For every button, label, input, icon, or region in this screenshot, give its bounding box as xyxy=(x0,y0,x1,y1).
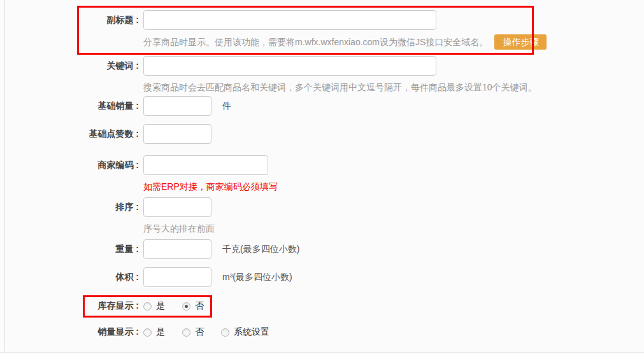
sales-display-option-yes-label: 是 xyxy=(156,326,165,338)
form-row-volume: 体积 : m³(最多四位小数) xyxy=(5,267,292,287)
merchant-code-error-hint: 如需ERP对接，商家编码必须填写 xyxy=(143,180,278,193)
sort-hint: 序号大的排在前面 xyxy=(143,222,215,235)
sales-display-option-no-label: 否 xyxy=(195,326,204,338)
form-row-base-likes: 基础点赞数 : xyxy=(5,124,211,144)
subtitle-input[interactable] xyxy=(143,10,436,30)
keywords-label: 关键词 : xyxy=(5,56,139,76)
form-row-keywords: 关键词 : 搜索商品时会去匹配商品名和关键词，多个关键词用中文逗号隔开，每件商品… xyxy=(5,56,537,94)
stock-display-option-yes-label: 是 xyxy=(156,300,165,312)
form-panel: 副标题 : 分享商品时显示。使用该功能，需要将m.wfx.wxfenxiao.c… xyxy=(5,0,644,353)
form-row-sales-display: 销量显示 : 是 否 系统设置 xyxy=(5,326,287,338)
form-row-weight: 重量 : 千克(最多四位小数) xyxy=(5,239,299,259)
radio-unchecked-icon[interactable] xyxy=(143,302,152,311)
sales-display-label: 销量显示 : xyxy=(5,326,139,337)
keywords-hint: 搜索商品时会去匹配商品名和关键词，多个关键词用中文逗号隔开，每件商品最多设置10… xyxy=(143,81,537,94)
base-sales-unit: 件 xyxy=(222,96,231,116)
sales-display-option-system[interactable]: 系统设置 xyxy=(221,326,269,338)
stock-display-option-no[interactable]: 否 xyxy=(182,300,204,312)
form-row-sort: 排序 : 序号大的排在前面 xyxy=(5,197,215,235)
sales-display-option-no[interactable]: 否 xyxy=(182,326,204,338)
panel-bottom-border xyxy=(0,352,644,353)
form-row-base-sales: 基础销量 : 件 xyxy=(5,96,231,116)
operation-steps-button[interactable]: 操作步骤 xyxy=(494,34,547,50)
stock-display-option-no-label: 否 xyxy=(195,300,204,312)
subtitle-hint: 分享商品时显示。使用该功能，需要将m.wfx.wxfenxiao.com设为微信… xyxy=(143,36,488,48)
form-row-subtitle: 副标题 : 分享商品时显示。使用该功能，需要将m.wfx.wxfenxiao.c… xyxy=(5,10,547,50)
sort-input[interactable] xyxy=(143,197,211,217)
radio-unchecked-icon[interactable] xyxy=(221,328,229,337)
form-row-merchant-code: 商家编码 : 如需ERP对接，商家编码必须填写 xyxy=(5,155,278,193)
stock-display-label: 库存显示 : xyxy=(5,300,139,311)
product-edit-page: 副标题 : 分享商品时显示。使用该功能，需要将m.wfx.wxfenxiao.c… xyxy=(0,0,644,357)
subtitle-label: 副标题 : xyxy=(5,10,139,30)
merchant-code-input[interactable] xyxy=(143,155,268,175)
volume-unit: m³(最多四位小数) xyxy=(222,267,292,287)
sales-display-option-yes[interactable]: 是 xyxy=(143,326,165,338)
base-sales-label: 基础销量 : xyxy=(5,96,139,116)
weight-unit: 千克(最多四位小数) xyxy=(222,239,299,259)
merchant-code-label: 商家编码 : xyxy=(5,155,139,175)
radio-checked-icon[interactable] xyxy=(182,302,190,311)
volume-label: 体积 : xyxy=(5,267,139,287)
sales-display-option-system-label: 系统设置 xyxy=(234,326,269,338)
radio-unchecked-icon[interactable] xyxy=(143,328,152,337)
radio-unchecked-icon[interactable] xyxy=(182,328,190,337)
volume-input[interactable] xyxy=(143,267,211,287)
sort-label: 排序 : xyxy=(5,197,139,217)
page-left-margin xyxy=(0,0,5,353)
form-row-stock-display: 库存显示 : 是 否 xyxy=(5,300,221,312)
base-likes-input[interactable] xyxy=(143,124,211,144)
base-likes-label: 基础点赞数 : xyxy=(5,124,139,144)
base-sales-input[interactable] xyxy=(143,96,211,116)
weight-label: 重量 : xyxy=(5,239,139,259)
stock-display-option-yes[interactable]: 是 xyxy=(143,300,165,312)
keywords-input[interactable] xyxy=(143,56,436,76)
weight-input[interactable] xyxy=(143,239,211,259)
